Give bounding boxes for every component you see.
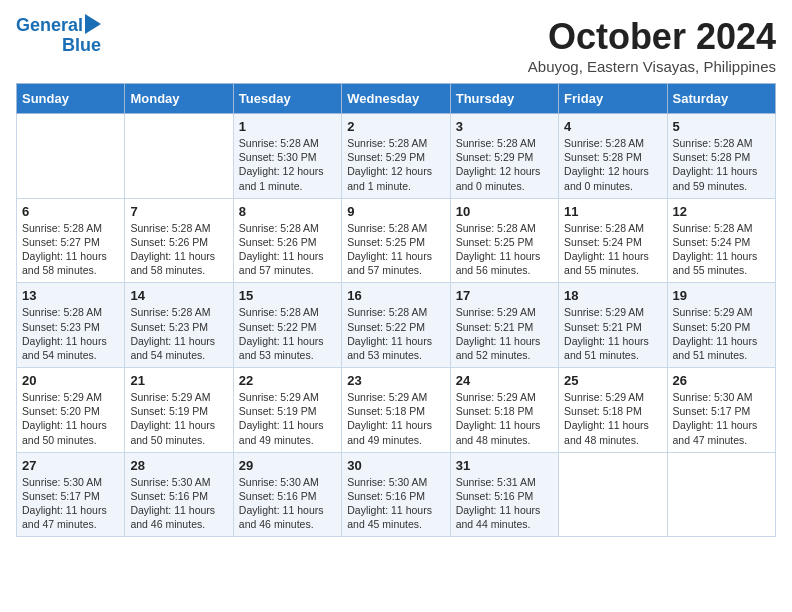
month-title: October 2024	[528, 16, 776, 58]
calendar-cell: 12Sunrise: 5:28 AM Sunset: 5:24 PM Dayli…	[667, 198, 775, 283]
calendar-cell: 18Sunrise: 5:29 AM Sunset: 5:21 PM Dayli…	[559, 283, 667, 368]
day-info: Sunrise: 5:29 AM Sunset: 5:21 PM Dayligh…	[456, 305, 553, 362]
calendar-cell: 8Sunrise: 5:28 AM Sunset: 5:26 PM Daylig…	[233, 198, 341, 283]
day-header-tuesday: Tuesday	[233, 84, 341, 114]
day-info: Sunrise: 5:28 AM Sunset: 5:22 PM Dayligh…	[347, 305, 444, 362]
day-number: 7	[130, 204, 227, 219]
day-header-friday: Friday	[559, 84, 667, 114]
day-number: 15	[239, 288, 336, 303]
day-info: Sunrise: 5:29 AM Sunset: 5:18 PM Dayligh…	[564, 390, 661, 447]
calendar-cell	[667, 452, 775, 537]
day-info: Sunrise: 5:29 AM Sunset: 5:18 PM Dayligh…	[347, 390, 444, 447]
day-number: 17	[456, 288, 553, 303]
week-row-5: 27Sunrise: 5:30 AM Sunset: 5:17 PM Dayli…	[17, 452, 776, 537]
day-info: Sunrise: 5:28 AM Sunset: 5:24 PM Dayligh…	[564, 221, 661, 278]
logo: General Blue	[16, 16, 101, 56]
logo-text: General	[16, 16, 83, 36]
day-info: Sunrise: 5:28 AM Sunset: 5:28 PM Dayligh…	[673, 136, 770, 193]
calendar-cell: 30Sunrise: 5:30 AM Sunset: 5:16 PM Dayli…	[342, 452, 450, 537]
day-info: Sunrise: 5:28 AM Sunset: 5:24 PM Dayligh…	[673, 221, 770, 278]
calendar-cell: 31Sunrise: 5:31 AM Sunset: 5:16 PM Dayli…	[450, 452, 558, 537]
day-number: 19	[673, 288, 770, 303]
week-row-3: 13Sunrise: 5:28 AM Sunset: 5:23 PM Dayli…	[17, 283, 776, 368]
calendar-cell: 13Sunrise: 5:28 AM Sunset: 5:23 PM Dayli…	[17, 283, 125, 368]
day-info: Sunrise: 5:28 AM Sunset: 5:22 PM Dayligh…	[239, 305, 336, 362]
calendar-table: SundayMondayTuesdayWednesdayThursdayFrid…	[16, 83, 776, 537]
day-number: 8	[239, 204, 336, 219]
day-header-sunday: Sunday	[17, 84, 125, 114]
day-info: Sunrise: 5:30 AM Sunset: 5:16 PM Dayligh…	[239, 475, 336, 532]
day-number: 14	[130, 288, 227, 303]
day-info: Sunrise: 5:31 AM Sunset: 5:16 PM Dayligh…	[456, 475, 553, 532]
day-info: Sunrise: 5:28 AM Sunset: 5:28 PM Dayligh…	[564, 136, 661, 193]
calendar-cell: 1Sunrise: 5:28 AM Sunset: 5:30 PM Daylig…	[233, 114, 341, 199]
day-header-saturday: Saturday	[667, 84, 775, 114]
calendar-cell	[125, 114, 233, 199]
day-number: 30	[347, 458, 444, 473]
calendar-cell: 29Sunrise: 5:30 AM Sunset: 5:16 PM Dayli…	[233, 452, 341, 537]
calendar-cell	[17, 114, 125, 199]
day-number: 16	[347, 288, 444, 303]
day-info: Sunrise: 5:29 AM Sunset: 5:18 PM Dayligh…	[456, 390, 553, 447]
day-number: 13	[22, 288, 119, 303]
calendar-cell: 11Sunrise: 5:28 AM Sunset: 5:24 PM Dayli…	[559, 198, 667, 283]
logo-blue-text: Blue	[62, 36, 101, 56]
day-info: Sunrise: 5:30 AM Sunset: 5:17 PM Dayligh…	[673, 390, 770, 447]
day-number: 26	[673, 373, 770, 388]
calendar-cell: 3Sunrise: 5:28 AM Sunset: 5:29 PM Daylig…	[450, 114, 558, 199]
day-number: 21	[130, 373, 227, 388]
page-header: General Blue October 2024 Abuyog, Easter…	[16, 16, 776, 75]
calendar-cell: 9Sunrise: 5:28 AM Sunset: 5:25 PM Daylig…	[342, 198, 450, 283]
day-number: 4	[564, 119, 661, 134]
day-info: Sunrise: 5:28 AM Sunset: 5:29 PM Dayligh…	[456, 136, 553, 193]
day-info: Sunrise: 5:28 AM Sunset: 5:23 PM Dayligh…	[22, 305, 119, 362]
week-row-4: 20Sunrise: 5:29 AM Sunset: 5:20 PM Dayli…	[17, 368, 776, 453]
calendar-cell: 23Sunrise: 5:29 AM Sunset: 5:18 PM Dayli…	[342, 368, 450, 453]
week-row-1: 1Sunrise: 5:28 AM Sunset: 5:30 PM Daylig…	[17, 114, 776, 199]
title-block: October 2024 Abuyog, Eastern Visayas, Ph…	[528, 16, 776, 75]
day-info: Sunrise: 5:28 AM Sunset: 5:25 PM Dayligh…	[456, 221, 553, 278]
calendar-cell: 22Sunrise: 5:29 AM Sunset: 5:19 PM Dayli…	[233, 368, 341, 453]
day-info: Sunrise: 5:30 AM Sunset: 5:17 PM Dayligh…	[22, 475, 119, 532]
calendar-cell: 10Sunrise: 5:28 AM Sunset: 5:25 PM Dayli…	[450, 198, 558, 283]
day-number: 12	[673, 204, 770, 219]
calendar-cell: 21Sunrise: 5:29 AM Sunset: 5:19 PM Dayli…	[125, 368, 233, 453]
day-info: Sunrise: 5:29 AM Sunset: 5:19 PM Dayligh…	[130, 390, 227, 447]
calendar-cell: 7Sunrise: 5:28 AM Sunset: 5:26 PM Daylig…	[125, 198, 233, 283]
day-header-thursday: Thursday	[450, 84, 558, 114]
calendar-cell: 4Sunrise: 5:28 AM Sunset: 5:28 PM Daylig…	[559, 114, 667, 199]
day-number: 1	[239, 119, 336, 134]
calendar-cell: 16Sunrise: 5:28 AM Sunset: 5:22 PM Dayli…	[342, 283, 450, 368]
calendar-cell: 25Sunrise: 5:29 AM Sunset: 5:18 PM Dayli…	[559, 368, 667, 453]
day-number: 24	[456, 373, 553, 388]
day-number: 31	[456, 458, 553, 473]
calendar-cell: 26Sunrise: 5:30 AM Sunset: 5:17 PM Dayli…	[667, 368, 775, 453]
day-number: 23	[347, 373, 444, 388]
calendar-cell: 17Sunrise: 5:29 AM Sunset: 5:21 PM Dayli…	[450, 283, 558, 368]
day-number: 10	[456, 204, 553, 219]
day-info: Sunrise: 5:28 AM Sunset: 5:26 PM Dayligh…	[239, 221, 336, 278]
day-number: 27	[22, 458, 119, 473]
day-number: 25	[564, 373, 661, 388]
day-info: Sunrise: 5:28 AM Sunset: 5:25 PM Dayligh…	[347, 221, 444, 278]
calendar-cell: 19Sunrise: 5:29 AM Sunset: 5:20 PM Dayli…	[667, 283, 775, 368]
calendar-cell: 14Sunrise: 5:28 AM Sunset: 5:23 PM Dayli…	[125, 283, 233, 368]
day-number: 18	[564, 288, 661, 303]
day-number: 5	[673, 119, 770, 134]
day-info: Sunrise: 5:30 AM Sunset: 5:16 PM Dayligh…	[130, 475, 227, 532]
calendar-cell: 2Sunrise: 5:28 AM Sunset: 5:29 PM Daylig…	[342, 114, 450, 199]
day-number: 22	[239, 373, 336, 388]
day-number: 3	[456, 119, 553, 134]
day-number: 11	[564, 204, 661, 219]
calendar-cell: 20Sunrise: 5:29 AM Sunset: 5:20 PM Dayli…	[17, 368, 125, 453]
day-info: Sunrise: 5:28 AM Sunset: 5:29 PM Dayligh…	[347, 136, 444, 193]
day-number: 9	[347, 204, 444, 219]
calendar-body: 1Sunrise: 5:28 AM Sunset: 5:30 PM Daylig…	[17, 114, 776, 537]
day-info: Sunrise: 5:29 AM Sunset: 5:20 PM Dayligh…	[22, 390, 119, 447]
calendar-cell: 28Sunrise: 5:30 AM Sunset: 5:16 PM Dayli…	[125, 452, 233, 537]
day-info: Sunrise: 5:30 AM Sunset: 5:16 PM Dayligh…	[347, 475, 444, 532]
calendar-header-row: SundayMondayTuesdayWednesdayThursdayFrid…	[17, 84, 776, 114]
calendar-cell: 15Sunrise: 5:28 AM Sunset: 5:22 PM Dayli…	[233, 283, 341, 368]
day-info: Sunrise: 5:28 AM Sunset: 5:26 PM Dayligh…	[130, 221, 227, 278]
day-info: Sunrise: 5:28 AM Sunset: 5:27 PM Dayligh…	[22, 221, 119, 278]
